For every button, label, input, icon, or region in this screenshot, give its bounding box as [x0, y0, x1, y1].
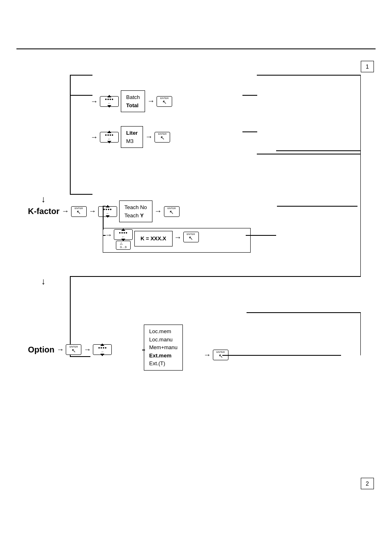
hline-option-left-bottom — [70, 356, 90, 357]
arrow-to-scroll-batch: → — [90, 98, 98, 105]
teach-label-line2: Teach Y — [125, 212, 147, 220]
batch-row: → ●●●● ← Batch Total → ENTER ↙ — [90, 90, 172, 112]
hline-bottom-left-outer — [70, 194, 92, 195]
top-rule — [16, 48, 376, 49]
arrow-to-enter-liter: → — [145, 133, 152, 141]
teach-y: Y — [140, 212, 144, 219]
enter-button-teach[interactable]: ENTER ↙ — [164, 206, 180, 217]
numpad-button[interactable]: △0....9 — [116, 241, 131, 250]
enter-icon-batch: ↙ — [162, 99, 167, 106]
corner-box-2: 2 — [361, 478, 374, 489]
kvalue-row: → ●●●● ← △0....9 K = XXX.X — [105, 229, 199, 250]
right-vline-teach — [360, 150, 361, 276]
kvalue-label: K = XXX.X — [141, 235, 166, 243]
option-row: Option → ENTER ↙ → ●●●● ← — [28, 344, 112, 355]
option-menu-line1: Loc.mem — [149, 327, 178, 336]
arrow-kfactor-2: → — [89, 207, 96, 216]
teach-label-line1: Teach No — [125, 203, 147, 212]
dots-kvalue: ●●●● — [119, 231, 127, 235]
top-hline-outer — [257, 75, 361, 76]
left-arrow-liter: ← — [108, 137, 111, 141]
enter-icon-liter: ↙ — [160, 135, 165, 141]
option-menu-line3: Mem+manu — [149, 343, 178, 352]
option-menu-line4: Ext.mem — [149, 352, 178, 360]
enter-button-batch[interactable]: ENTER ↙ — [157, 96, 172, 107]
kfactor-row: K-factor → ENTER ↙ → ●●●● ← Teach No Tea… — [28, 200, 180, 222]
dots-liter: ●●●● — [105, 134, 113, 137]
enter-text-kvalue: ENTER — [187, 233, 195, 235]
scroll-button-batch[interactable]: ●●●● ← — [100, 96, 119, 107]
left-arrow-kvalue: ← — [122, 235, 125, 239]
hline-kvalue-right — [246, 235, 276, 236]
arrow-kfactor-1: → — [62, 207, 69, 216]
left-arrow-option: ← — [101, 350, 104, 354]
enter-icon-option-2: ↙ — [219, 353, 223, 359]
menu-box-option: Loc.mem Loc.manu Mem+manu Ext.mem Ext.(T… — [144, 325, 183, 371]
dots-batch: ●●●● — [105, 98, 113, 101]
hline-option-right — [222, 355, 341, 356]
right-vline-top — [360, 75, 361, 154]
arrow-kvalue-1: → — [105, 231, 112, 240]
corner2-label: 2 — [366, 480, 369, 487]
enter-button-liter[interactable]: ENTER ↙ — [154, 132, 170, 143]
hline-batch-right — [242, 95, 257, 96]
hline-top-left-outer — [70, 75, 92, 76]
enter-icon-teach: ↙ — [169, 210, 174, 216]
menu-box-teach: Teach No Teach Y — [119, 200, 152, 222]
scroll-button-kfactor[interactable]: ●●●● ← — [98, 206, 117, 217]
arrow-teach: → — [154, 207, 162, 216]
scroll-button-option[interactable]: ●●●● ← — [93, 344, 112, 355]
hline-option-to-menu — [142, 350, 145, 350]
arrow-option-1: → — [56, 345, 64, 354]
top-hline-option — [247, 312, 361, 313]
menu-box-kvalue: K = XXX.X — [134, 231, 173, 246]
kfactor-label: K-factor — [28, 207, 60, 216]
page-container: 1 2 → ●●●● ← Batch Total — [0, 0, 392, 555]
left-vline-outer — [70, 75, 71, 194]
vline-kvalue-left — [103, 206, 104, 230]
arrow-to-enter-batch: → — [147, 97, 154, 106]
down-arrow-option: ↓ — [41, 276, 46, 287]
arrow-option-2: → — [83, 345, 91, 354]
numpad-label: △0....9 — [120, 242, 127, 249]
enter-icon-option-1: ↙ — [71, 348, 76, 354]
liter-label-line1: Liter — [126, 129, 138, 137]
tri-down-option — [100, 354, 104, 356]
enter-button-kvalue[interactable]: ENTER ↙ — [183, 232, 199, 242]
option-menu-box-container: Loc.mem Loc.manu Mem+manu Ext.mem Ext.(T… — [144, 325, 183, 371]
hline-kvalue-top-join — [103, 206, 106, 207]
right-vline-option — [360, 312, 361, 355]
hline-batch-left — [70, 95, 92, 96]
enter-text-option-1: ENTER — [69, 345, 78, 348]
left-arrow-batch: ← — [108, 101, 111, 105]
enter-button-kfactor[interactable]: ENTER ↙ — [71, 206, 87, 217]
enter-button-option-1[interactable]: ENTER ↙ — [66, 344, 81, 355]
arrow-kvalue-2: → — [174, 233, 182, 242]
dots-kfactor: ●●●● — [103, 208, 112, 211]
scroll-button-liter[interactable]: ●●●● ← — [100, 132, 119, 143]
tri-down-batch — [107, 105, 111, 108]
bottom-hline-teach — [70, 276, 361, 277]
arrow-option-3: → — [203, 351, 211, 359]
batch-label-line1: Batch — [126, 93, 140, 101]
tri-down-kfactor — [106, 215, 110, 218]
dots-option: ●●●● — [98, 346, 107, 350]
corner1-label: 1 — [366, 63, 369, 70]
enter-icon-kfactor: ↙ — [76, 210, 81, 216]
left-arrow-kfactor: ← — [106, 212, 109, 215]
liter-label-line2: M3 — [126, 137, 138, 145]
enter-icon-kvalue: ↙ — [189, 235, 193, 242]
corner-box-1: 1 — [361, 61, 374, 72]
tri-up-option — [100, 343, 104, 346]
enter-text-option-2: ENTER — [217, 351, 225, 353]
top-hline-teach — [276, 150, 361, 151]
menu-box-batch: Batch Total — [121, 90, 145, 112]
scroll-button-kvalue[interactable]: ●●●● ← — [114, 229, 133, 240]
option-menu-line2: Loc.manu — [149, 336, 178, 344]
tri-up-kvalue — [121, 228, 125, 231]
tri-down-liter — [107, 141, 111, 143]
hline-liter-right — [242, 131, 257, 132]
batch-label-line2: Total — [126, 101, 140, 110]
menu-box-liter: Liter M3 — [121, 126, 143, 148]
bottom-hline-outer — [257, 154, 361, 154]
